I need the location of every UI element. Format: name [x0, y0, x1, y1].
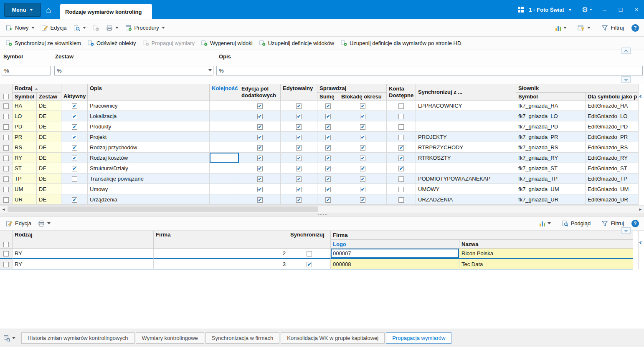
cell-konta[interactable] [387, 194, 416, 205]
row-selector-cell[interactable] [0, 174, 13, 184]
cell-dla-symbolu[interactable]: EditGniazdo_PR [586, 132, 638, 142]
cell-zestaw[interactable]: DE [37, 194, 61, 205]
cell-slownik-symbol[interactable]: fk7_gniazda_RY [516, 153, 586, 163]
cell-kolejnosc[interactable] [210, 194, 239, 205]
row-select-checkbox[interactable] [3, 176, 9, 182]
row-selector-cell[interactable] [0, 184, 13, 194]
cell-nazwa[interactable]: Tec Data [459, 259, 633, 269]
konta-checkbox[interactable] [398, 124, 404, 130]
edytowalny-checkbox[interactable] [296, 166, 302, 171]
row-select-checkbox[interactable] [3, 197, 9, 203]
cell-konta[interactable] [387, 163, 416, 174]
konta-checkbox[interactable] [398, 135, 404, 140]
cell-sume[interactable] [317, 142, 339, 153]
cell-kolejnosc[interactable] [210, 132, 239, 142]
cell-kolejnosc[interactable] [210, 121, 239, 132]
header-konta[interactable]: Konta Dostępne [387, 84, 416, 101]
cell-blokade[interactable] [339, 142, 387, 153]
cell-dla-symbolu[interactable]: EditGniazdo_LO [586, 111, 638, 121]
row-selector-cell[interactable] [0, 163, 13, 174]
cell-symbol[interactable]: ST [13, 163, 37, 174]
cell-edycja-pol[interactable] [239, 163, 281, 174]
detail-row-select-checkbox[interactable] [3, 262, 9, 267]
detail-row-selector-cell[interactable] [0, 249, 13, 259]
detail-select-all-checkbox[interactable] [3, 242, 9, 247]
main-table-row[interactable]: RYDERodzaj kosztówRTRKOSZTYfk7_gniazda_R… [0, 153, 638, 163]
cell-blokade[interactable] [339, 174, 387, 184]
detail-filter-button[interactable]: Filtruj [598, 219, 627, 229]
cell-symbol[interactable]: UR [13, 194, 37, 205]
header-sume[interactable]: Sumę [317, 93, 339, 101]
apps-grid-icon[interactable] [518, 7, 524, 13]
row-select-checkbox[interactable] [3, 135, 9, 140]
cell-aktywny[interactable] [61, 163, 88, 174]
row-select-checkbox[interactable] [3, 124, 9, 130]
complete-hd-definitions-button[interactable]: Uzupenij definicje dla wymiarów po stron… [337, 38, 464, 48]
header-kolejnosc[interactable]: Kolejność [210, 84, 239, 101]
konta-checkbox[interactable] [398, 197, 404, 203]
select-all-header[interactable] [0, 84, 13, 101]
sume-checkbox[interactable] [325, 187, 331, 192]
cell-edytowalny[interactable] [281, 101, 317, 111]
cell-firma[interactable]: 3 [154, 259, 288, 269]
blokade-checkbox[interactable] [360, 114, 365, 119]
cell-edytowalny[interactable] [281, 174, 317, 184]
edytowalny-checkbox[interactable] [296, 197, 302, 203]
bottom-tab-1[interactable]: Historia zmian wymiarów kontrolingowych [21, 332, 134, 344]
konta-checkbox[interactable] [398, 166, 404, 171]
cell-synchronizuj[interactable]: URZADZENIA [416, 194, 516, 205]
edytowalny-checkbox[interactable] [296, 176, 302, 182]
cell-logo[interactable]: 000007 [331, 249, 459, 259]
cell-synchronizuj[interactable] [288, 249, 331, 259]
cell-dla-symbolu[interactable]: EditGniazdo_UM [586, 184, 638, 194]
close-button[interactable]: × [631, 3, 642, 16]
cell-zestaw[interactable]: DE [37, 174, 61, 184]
detail-header-logo[interactable]: Logo [331, 240, 459, 249]
scroll-right-arrow[interactable]: ► [637, 206, 644, 213]
cell-konta[interactable] [387, 101, 416, 111]
synchronizuj-checkbox[interactable] [307, 251, 312, 256]
filter-panel-expand-button[interactable] [621, 76, 631, 83]
cell-slownik-symbol[interactable]: fk7_gniazda_PR [516, 132, 586, 142]
edit-button[interactable]: Edycja [38, 23, 70, 33]
konta-checkbox[interactable] [398, 156, 404, 161]
row-selector-cell[interactable] [0, 111, 13, 121]
edycja-pol-checkbox[interactable] [257, 135, 263, 140]
edytowalny-checkbox[interactable] [296, 135, 302, 140]
cell-symbol[interactable]: LO [13, 111, 37, 121]
synchronize-dictionary-button[interactable]: Synchronizuj ze słownikiem [3, 38, 84, 48]
cell-kolejnosc[interactable] [210, 163, 239, 174]
cell-blokade[interactable] [339, 111, 387, 121]
blokade-checkbox[interactable] [360, 187, 365, 192]
menu-button[interactable]: Menu [4, 3, 41, 17]
cell-sume[interactable] [317, 101, 339, 111]
cell-symbol[interactable]: HA [13, 101, 37, 111]
cell-synchronizuj[interactable]: PODMIOTYPOWIAZANEKAP [416, 174, 516, 184]
cell-zestaw[interactable]: DE [37, 184, 61, 194]
bottom-tab-2[interactable]: Wymiary kontrolingowe [136, 332, 204, 344]
cell-synchronizuj[interactable]: LPPRACOWNICY [416, 101, 516, 111]
cell-konta[interactable] [387, 184, 416, 194]
cell-sume[interactable] [317, 194, 339, 205]
row-select-checkbox[interactable] [3, 103, 9, 109]
cell-edytowalny[interactable] [281, 121, 317, 132]
cell-symbol[interactable]: PR [13, 132, 37, 142]
sume-checkbox[interactable] [325, 145, 331, 151]
sume-checkbox[interactable] [325, 114, 331, 119]
blokade-checkbox[interactable] [360, 197, 365, 203]
header-group-rodzaj[interactable]: Rodzaj [13, 84, 61, 93]
cell-synchronizuj[interactable] [416, 163, 516, 174]
aktywny-checkbox[interactable] [72, 156, 77, 161]
row-selector-cell[interactable] [0, 132, 13, 142]
cell-sume[interactable] [317, 163, 339, 174]
cell-blokade[interactable] [339, 153, 387, 163]
horizontal-scrollbar[interactable]: ◄ ► [0, 205, 644, 213]
aktywny-checkbox[interactable] [72, 176, 77, 182]
sume-checkbox[interactable] [325, 156, 331, 161]
preview-button[interactable]: Podgląd [558, 219, 594, 229]
edytowalny-checkbox[interactable] [296, 103, 302, 109]
detail-row-selector-cell[interactable] [0, 259, 13, 269]
company-selector[interactable]: 1 - Foto Świat [529, 7, 564, 13]
konta-checkbox[interactable] [398, 145, 404, 151]
cell-edycja-pol[interactable] [239, 184, 281, 194]
